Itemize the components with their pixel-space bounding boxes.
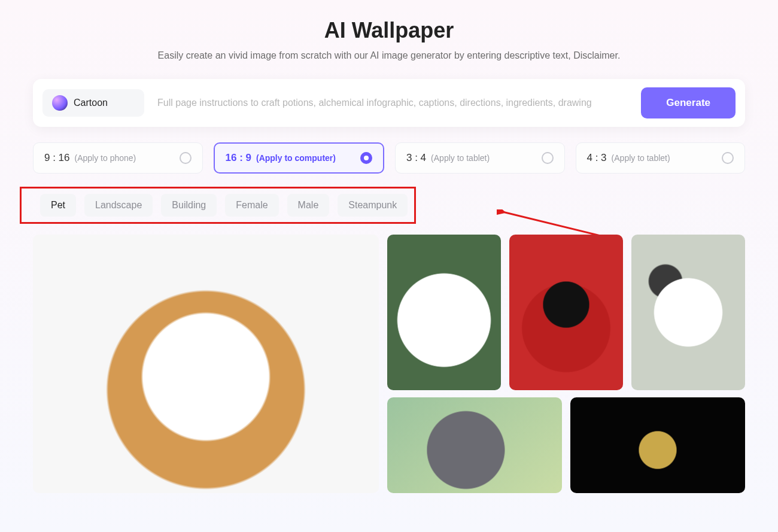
gallery — [33, 235, 745, 493]
ratio-main: 16 : 9 — [226, 152, 251, 164]
category-female[interactable]: Female — [225, 194, 278, 217]
gallery-side — [387, 235, 745, 493]
ratio-sub: (Apply to tablet) — [612, 153, 670, 163]
prompt-bar: Cartoon Full page instructions to craft … — [33, 79, 745, 127]
ratio-sub: (Apply to phone) — [75, 153, 136, 163]
gallery-thumb[interactable] — [387, 235, 501, 390]
style-avatar-icon — [52, 95, 68, 111]
category-row: Pet Landscape Building Female Male Steam… — [33, 188, 415, 223]
radio-icon — [360, 152, 372, 164]
gallery-thumb[interactable] — [509, 235, 623, 390]
style-select[interactable]: Cartoon — [42, 89, 144, 117]
ratio-9-16[interactable]: 9 : 16 (Apply to phone) — [33, 142, 203, 174]
aspect-ratio-row: 9 : 16 (Apply to phone) 16 : 9 (Apply to… — [33, 142, 745, 174]
category-male[interactable]: Male — [287, 194, 330, 217]
style-label: Cartoon — [74, 98, 135, 108]
category-landscape[interactable]: Landscape — [84, 194, 153, 217]
gallery-thumb[interactable] — [570, 397, 745, 493]
category-steampunk[interactable]: Steampunk — [338, 194, 408, 217]
ratio-sub: (Apply to tablet) — [431, 153, 490, 163]
gallery-thumb[interactable] — [631, 235, 745, 390]
category-pet[interactable]: Pet — [40, 194, 76, 217]
ratio-3-4[interactable]: 3 : 4 (Apply to tablet) — [395, 142, 565, 174]
page-title: AI Wallpaper — [33, 18, 745, 43]
ratio-main: 9 : 16 — [44, 152, 70, 164]
radio-icon — [542, 152, 554, 164]
radio-icon — [722, 152, 734, 164]
prompt-input[interactable]: Full page instructions to craft potions,… — [154, 93, 631, 113]
ratio-sub: (Apply to computer) — [256, 153, 336, 163]
header: AI Wallpaper Easily create an vivid imag… — [33, 18, 745, 61]
radio-icon — [180, 152, 192, 164]
ratio-main: 4 : 3 — [587, 152, 607, 164]
generate-button[interactable]: Generate — [641, 87, 736, 118]
gallery-main-image[interactable] — [33, 235, 379, 493]
ratio-main: 3 : 4 — [406, 152, 426, 164]
page-subtitle: Easily create an vivid image from scratc… — [33, 50, 745, 61]
gallery-thumb[interactable] — [387, 397, 562, 493]
category-building[interactable]: Building — [161, 194, 217, 217]
ratio-4-3[interactable]: 4 : 3 (Apply to tablet) — [576, 142, 746, 174]
ratio-16-9[interactable]: 16 : 9 (Apply to computer) — [214, 142, 385, 174]
